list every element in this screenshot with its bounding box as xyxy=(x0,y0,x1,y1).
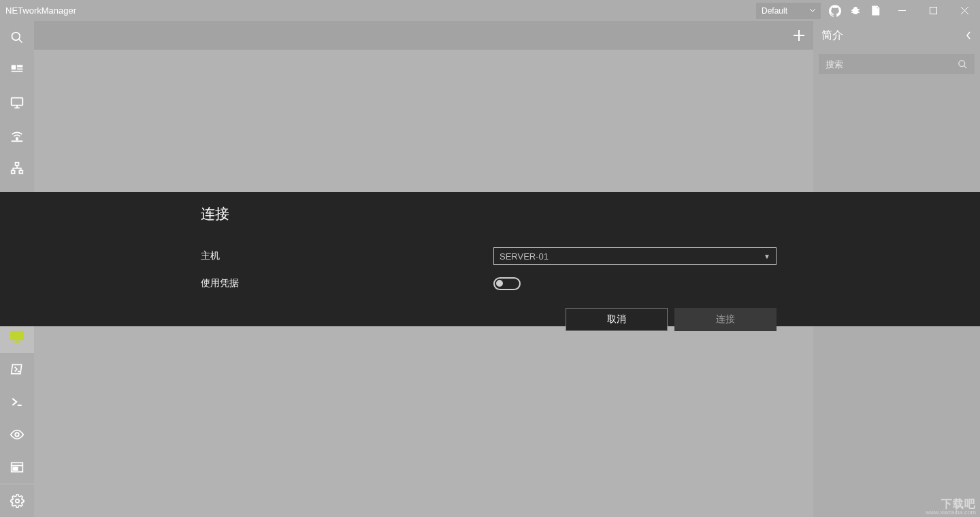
svg-rect-8 xyxy=(16,162,19,165)
svg-rect-9 xyxy=(12,170,15,173)
svg-point-7 xyxy=(16,138,18,140)
profile-dropdown[interactable]: Default xyxy=(756,3,821,19)
svg-rect-4 xyxy=(17,68,22,69)
connect-button-label: 连接 xyxy=(716,313,735,326)
bug-icon[interactable] xyxy=(845,0,866,21)
svg-point-16 xyxy=(959,60,965,66)
docs-icon[interactable] xyxy=(866,0,886,21)
watermark-line2: www.xiazaiba.com xyxy=(926,510,976,516)
rail-search-icon[interactable] xyxy=(0,21,34,54)
rail-webconsole-icon[interactable] xyxy=(0,451,34,484)
connect-dialog: 连接 主机 SERVER-01 ▼ 使用凭据 取消 连接 xyxy=(0,192,980,326)
right-panel-header: 简介 xyxy=(813,21,980,50)
chevron-down-icon xyxy=(810,9,815,12)
add-tab-button[interactable] xyxy=(785,21,813,50)
app-title: NETworkManager xyxy=(0,5,76,16)
host-row: 主机 SERVER-01 ▼ xyxy=(201,242,786,270)
toggle-knob xyxy=(496,280,503,287)
rail-settings-icon[interactable] xyxy=(0,484,34,517)
svg-point-12 xyxy=(15,433,19,437)
svg-rect-2 xyxy=(12,65,16,69)
watermark: 下载吧 www.xiazaiba.com xyxy=(926,499,976,516)
rail-tigervnc-icon[interactable] xyxy=(0,418,34,451)
rail-dashboard-icon[interactable] xyxy=(0,54,34,87)
tab-strip xyxy=(34,21,813,50)
window-close-button[interactable] xyxy=(949,0,980,21)
titlebar-right: Default xyxy=(756,0,980,21)
svg-rect-5 xyxy=(12,71,23,72)
host-placeholder: SERVER-01 xyxy=(500,251,549,262)
rail-wifi-icon[interactable] xyxy=(0,119,34,152)
svg-rect-0 xyxy=(930,7,936,14)
credentials-row: 使用凭据 xyxy=(201,270,786,297)
connect-button[interactable]: 连接 xyxy=(674,308,777,331)
cancel-button[interactable]: 取消 xyxy=(566,308,668,331)
window-minimize-button[interactable] xyxy=(886,0,917,21)
svg-rect-10 xyxy=(19,170,22,173)
right-panel-title: 简介 xyxy=(821,29,843,43)
chevron-down-icon: ▼ xyxy=(764,253,770,260)
cancel-button-label: 取消 xyxy=(607,313,626,326)
credentials-label: 使用凭据 xyxy=(201,277,493,289)
rail-powershell-icon[interactable] xyxy=(0,353,34,386)
search-icon xyxy=(958,59,968,69)
svg-point-1 xyxy=(12,32,20,40)
host-label: 主机 xyxy=(201,250,493,262)
svg-rect-3 xyxy=(17,65,22,67)
right-panel-collapse-icon[interactable] xyxy=(965,31,972,40)
rail-network-interface-icon[interactable] xyxy=(0,87,34,119)
svg-rect-6 xyxy=(12,98,23,106)
credentials-toggle[interactable] xyxy=(493,277,521,290)
svg-rect-14 xyxy=(13,467,18,470)
right-panel-search[interactable] xyxy=(819,54,975,74)
dialog-title: 连接 xyxy=(201,204,786,223)
titlebar: NETworkManager Default xyxy=(0,0,980,21)
rail-putty-icon[interactable] xyxy=(0,386,34,418)
watermark-line1: 下载吧 xyxy=(941,498,976,510)
window-maximize-button[interactable] xyxy=(917,0,949,21)
rail-ip-scanner-icon[interactable] xyxy=(0,152,34,185)
host-combobox[interactable]: SERVER-01 ▼ xyxy=(493,247,777,265)
dialog-buttons: 取消 连接 xyxy=(201,308,777,331)
profile-dropdown-label: Default xyxy=(762,6,787,16)
svg-point-15 xyxy=(15,499,18,502)
search-input[interactable] xyxy=(826,59,958,69)
connect-dialog-inner: 连接 主机 SERVER-01 ▼ 使用凭据 取消 连接 xyxy=(201,192,786,326)
github-icon[interactable] xyxy=(825,0,845,21)
